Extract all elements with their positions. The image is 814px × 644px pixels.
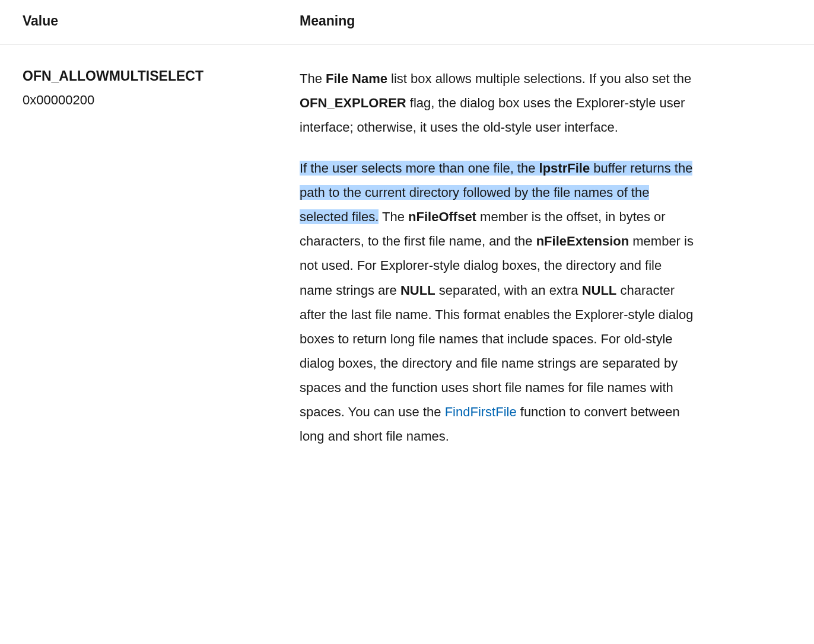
cell-value: OFN_ALLOWMULTISELECT 0x00000200 (0, 44, 300, 460)
table-row: OFN_ALLOWMULTISELECT 0x00000200 The File… (0, 44, 814, 460)
bold-nfileextension: nFileExtension (536, 234, 629, 248)
bold-file-name: File Name (326, 71, 387, 86)
link-findfirstfile[interactable]: FindFirstFile (445, 404, 517, 419)
cell-meaning: The File Name list box allows multiple s… (300, 44, 814, 460)
flag-name: OFN_ALLOWMULTISELECT (23, 66, 282, 85)
meaning-paragraph-2: If the user selects more than one file, … (300, 156, 695, 449)
bold-null-2: NULL (582, 283, 617, 298)
flags-table: Value Meaning OFN_ALLOWMULTISELECT 0x000… (0, 0, 814, 460)
bold-ofn-explorer: OFN_EXPLORER (300, 95, 406, 110)
meaning-paragraph-1: The File Name list box allows multiple s… (300, 66, 695, 139)
bold-null-1: NULL (400, 283, 435, 298)
header-meaning: Meaning (300, 0, 814, 44)
header-value: Value (0, 0, 300, 44)
bold-nfileoffset: nFileOffset (408, 209, 476, 224)
flag-hex: 0x00000200 (23, 90, 282, 110)
bold-lpstrfile: lpstrFile (539, 161, 590, 176)
